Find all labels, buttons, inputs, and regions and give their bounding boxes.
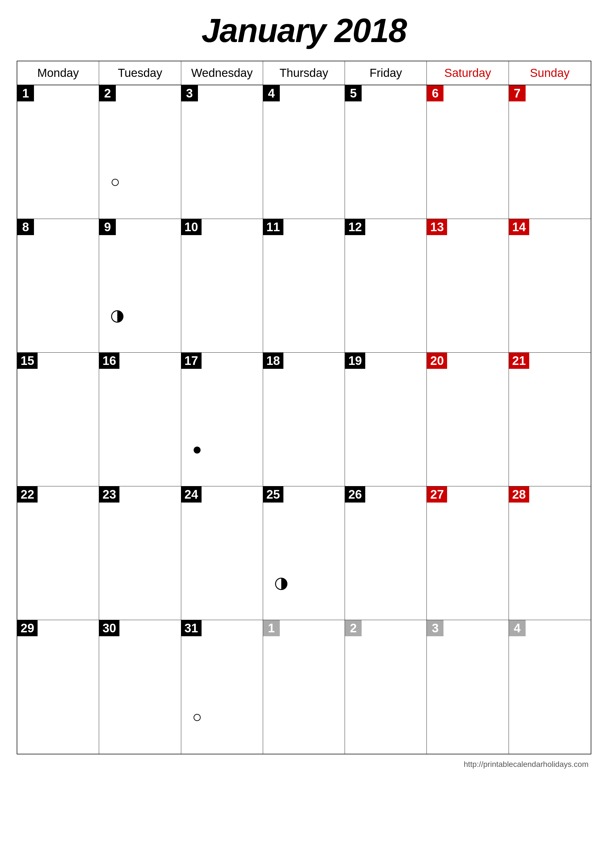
- moon-phase-icon: ○: [192, 707, 202, 726]
- date-number: 25: [263, 487, 283, 502]
- date-number: 2: [99, 85, 116, 101]
- date-number: 13: [427, 219, 447, 235]
- date-number: 11: [263, 219, 283, 235]
- date-number: 28: [509, 487, 529, 502]
- date-number: 15: [17, 353, 37, 369]
- date-number: 24: [181, 487, 201, 502]
- day-header-wednesday: Wednesday: [181, 61, 263, 85]
- day-header-friday: Friday: [345, 61, 427, 85]
- website-url: http://printablecalendarholidays.com: [17, 760, 591, 769]
- date-number: 9: [99, 219, 116, 235]
- calendar: MondayTuesdayWednesdayThursdayFridaySatu…: [17, 61, 591, 754]
- day-header-monday: Monday: [17, 61, 99, 85]
- calendar-cell[interactable]: 8: [17, 219, 99, 353]
- date-number: 1: [263, 620, 280, 636]
- calendar-cell[interactable]: 27: [427, 487, 509, 620]
- calendar-cell[interactable]: 17●: [181, 353, 263, 487]
- calendar-cell[interactable]: 26: [345, 487, 427, 620]
- calendar-cell[interactable]: 13: [427, 219, 509, 353]
- calendar-cell[interactable]: 5: [345, 85, 427, 219]
- calendar-cell[interactable]: 11: [263, 219, 345, 353]
- calendar-cell[interactable]: 25◑: [263, 487, 345, 620]
- date-number: 1: [17, 85, 34, 101]
- moon-phase-icon: ●: [192, 440, 202, 458]
- date-number: 8: [17, 219, 34, 235]
- date-number: 10: [181, 219, 201, 235]
- date-number: 5: [345, 85, 362, 101]
- calendar-cell[interactable]: 15: [17, 353, 99, 487]
- date-number: 31: [181, 620, 201, 636]
- date-number: 29: [17, 620, 37, 636]
- calendar-cell[interactable]: 28: [509, 487, 591, 620]
- date-number: 27: [427, 487, 447, 502]
- calendar-cell[interactable]: 31○: [181, 620, 263, 754]
- day-headers: MondayTuesdayWednesdayThursdayFridaySatu…: [17, 61, 591, 85]
- calendar-cell[interactable]: 24: [181, 487, 263, 620]
- date-number: 12: [345, 219, 365, 235]
- calendar-cell[interactable]: 22: [17, 487, 99, 620]
- calendar-cell[interactable]: 2: [345, 620, 427, 754]
- calendar-cell[interactable]: 7: [509, 85, 591, 219]
- page-title: January 2018: [201, 11, 407, 50]
- day-header-tuesday: Tuesday: [99, 61, 181, 85]
- calendar-cell[interactable]: 20: [427, 353, 509, 487]
- date-number: 23: [99, 487, 119, 502]
- calendar-cell[interactable]: 4: [263, 85, 345, 219]
- date-number: 14: [509, 219, 529, 235]
- calendar-cell[interactable]: 14: [509, 219, 591, 353]
- calendar-cell[interactable]: 3: [427, 620, 509, 754]
- calendar-cell[interactable]: 23: [99, 487, 181, 620]
- moon-phase-icon: ◑: [110, 305, 124, 324]
- date-number: 3: [181, 85, 198, 101]
- calendar-cell[interactable]: 2○: [99, 85, 181, 219]
- calendar-cell[interactable]: 4: [509, 620, 591, 754]
- date-number: 21: [509, 353, 529, 369]
- day-header-sunday: Sunday: [509, 61, 591, 85]
- calendar-cell[interactable]: 30: [99, 620, 181, 754]
- date-number: 30: [99, 620, 119, 636]
- calendar-cell[interactable]: 18: [263, 353, 345, 487]
- date-number: 22: [17, 487, 37, 502]
- date-number: 26: [345, 487, 365, 502]
- calendar-cell[interactable]: 19: [345, 353, 427, 487]
- calendar-cell[interactable]: 3: [181, 85, 263, 219]
- date-number: 19: [345, 353, 365, 369]
- calendar-cell[interactable]: 1: [17, 85, 99, 219]
- calendar-cell[interactable]: 9◑: [99, 219, 181, 353]
- moon-phase-icon: ○: [110, 172, 120, 191]
- date-number: 17: [181, 353, 201, 369]
- date-number: 20: [427, 353, 447, 369]
- calendar-grid: 12○3456789◑1011121314151617●181920212223…: [17, 85, 591, 754]
- calendar-cell[interactable]: 21: [509, 353, 591, 487]
- date-number: 4: [509, 620, 526, 636]
- date-number: 18: [263, 353, 283, 369]
- calendar-cell[interactable]: 1: [263, 620, 345, 754]
- calendar-cell[interactable]: 16: [99, 353, 181, 487]
- calendar-cell[interactable]: 6: [427, 85, 509, 219]
- date-number: 3: [427, 620, 444, 636]
- date-number: 7: [509, 85, 526, 101]
- calendar-cell[interactable]: 29: [17, 620, 99, 754]
- day-header-thursday: Thursday: [263, 61, 345, 85]
- moon-phase-icon: ◑: [274, 573, 288, 592]
- date-number: 16: [99, 353, 119, 369]
- calendar-cell[interactable]: 12: [345, 219, 427, 353]
- date-number: 6: [427, 85, 444, 101]
- date-number: 2: [345, 620, 362, 636]
- date-number: 4: [263, 85, 280, 101]
- calendar-cell[interactable]: 10: [181, 219, 263, 353]
- day-header-saturday: Saturday: [427, 61, 509, 85]
